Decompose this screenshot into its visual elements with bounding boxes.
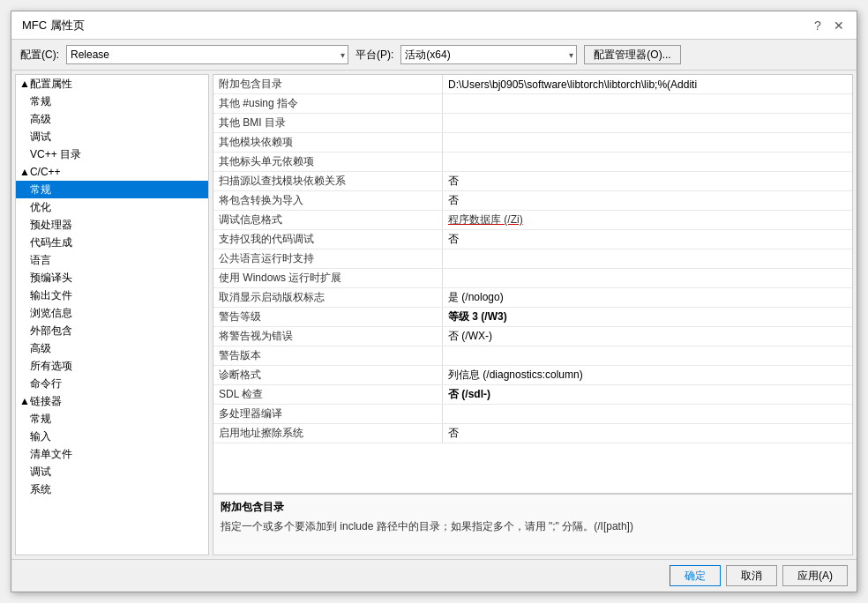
config-select[interactable]: Release <box>66 45 348 64</box>
tree-item-precompiled[interactable]: 预编译头 <box>16 269 208 287</box>
prop-name: 其他标头单元依赖项 <box>213 153 443 171</box>
prop-row-nologo[interactable]: 取消显示启动版权标志 是 (/nologo) <box>213 288 852 308</box>
tree-item-cpp-general[interactable]: 常规 <box>16 181 208 198</box>
prop-name: 警告版本 <box>213 346 443 365</box>
prop-row-using[interactable]: 其他 #using 指令 <box>213 94 852 114</box>
prop-name: 扫描源以查找模块依赖关系 <box>213 172 443 190</box>
tree-item-label: 调试 <box>30 465 51 480</box>
tree-item-system[interactable]: 系统 <box>16 480 208 498</box>
prop-row-warnings-as-errors[interactable]: 将警告视为错误 否 (/WX-) <box>213 327 852 346</box>
tree-item-label: 配置属性 <box>30 77 72 92</box>
tree-toggle: ▲ <box>19 166 30 178</box>
title-bar: MFC 属性页 ? ✕ <box>11 11 857 40</box>
tree-item-language[interactable]: 语言 <box>16 251 208 269</box>
prop-value: 等级 3 (/W3) <box>443 308 852 326</box>
tree-item-advanced[interactable]: 高级 <box>16 110 208 128</box>
tree-item-linker-debug[interactable]: 调试 <box>16 463 208 480</box>
tree-item-label: 输入 <box>30 429 51 444</box>
tree-item-label: 高级 <box>30 112 51 127</box>
tree-item-label: 高级 <box>30 341 51 356</box>
tree-item-output[interactable]: 输出文件 <box>16 287 208 304</box>
prop-value: 否 <box>443 230 852 249</box>
tree-item-label: 系统 <box>30 482 51 497</box>
tree-item-label: 常规 <box>30 94 51 109</box>
prop-name: 其他 #using 指令 <box>213 94 443 113</box>
prop-row-additional-includes[interactable]: 附加包含目录 D:\Users\bj0905\software\libtorch… <box>213 75 852 94</box>
tree-item-label: C/C++ <box>30 166 61 178</box>
prop-name: 将包含转换为导入 <box>213 191 443 210</box>
prop-name: 警告等级 <box>213 308 443 326</box>
tree-panel: ▲ 配置属性 常规 高级 调试 VC++ 目录 ▲ C/C++ 常规 <box>15 74 209 555</box>
tree-item-debug[interactable]: 调试 <box>16 128 208 145</box>
description-title: 附加包含目录 <box>221 500 845 515</box>
prop-name: SDL 检查 <box>213 385 443 404</box>
properties-panel: 附加包含目录 D:\Users\bj0905\software\libtorch… <box>213 74 853 555</box>
prop-row-scan-modules[interactable]: 扫描源以查找模块依赖关系 否 <box>213 172 852 191</box>
close-button[interactable]: ✕ <box>832 19 846 33</box>
ok-button[interactable]: 确定 <box>670 565 721 586</box>
prop-row-diagnostics[interactable]: 诊断格式 列信息 (/diagnostics:column) <box>213 366 852 385</box>
tree-item-browse[interactable]: 浏览信息 <box>16 304 208 322</box>
toolbar: 配置(C): Release 平台(P): 活动(x64) 配置管理器(O)..… <box>11 40 857 71</box>
prop-name: 调试信息格式 <box>213 211 443 229</box>
help-button[interactable]: ? <box>811 19 825 33</box>
platform-select[interactable]: 活动(x64) <box>400 45 577 64</box>
prop-row-header-deps[interactable]: 其他标头单元依赖项 <box>213 153 852 172</box>
tree-item-cmdline[interactable]: 命令行 <box>16 375 208 392</box>
prop-row-clr[interactable]: 公共语言运行时支持 <box>213 249 852 269</box>
tree-item-cpp[interactable]: ▲ C/C++ <box>16 163 208 181</box>
tree-toggle: ▲ <box>19 395 30 407</box>
prop-row-warning-version[interactable]: 警告版本 <box>213 346 852 366</box>
tree-item-config-props[interactable]: ▲ 配置属性 <box>16 75 208 93</box>
tree-item-alloptions[interactable]: 所有选项 <box>16 357 208 375</box>
dialog-title: MFC 属性页 <box>22 18 85 34</box>
prop-row-warning-level[interactable]: 警告等级 等级 3 (/W3) <box>213 308 852 327</box>
props-table: 附加包含目录 D:\Users\bj0905\software\libtorch… <box>213 75 852 493</box>
tree-item-label: 预编译头 <box>30 271 72 286</box>
prop-row-debug-format[interactable]: 调试信息格式 程序数据库 (/Zi) <box>213 211 852 230</box>
tree-item-label: 语言 <box>30 253 51 268</box>
prop-value <box>443 153 852 171</box>
tree-item-preprocessor[interactable]: 预处理器 <box>16 216 208 234</box>
prop-name: 启用地址擦除系统 <box>213 424 443 443</box>
prop-name: 其他模块依赖项 <box>213 133 443 152</box>
description-panel: 附加包含目录 指定一个或多个要添加到 include 路径中的目录；如果指定多个… <box>213 493 852 555</box>
prop-value: 否 <box>443 424 852 443</box>
tree-item-label: 链接器 <box>30 394 62 409</box>
cancel-button[interactable]: 取消 <box>726 565 777 586</box>
title-bar-buttons: ? ✕ <box>811 19 846 33</box>
tree-item-general[interactable]: 常规 <box>16 93 208 110</box>
prop-row-module-deps[interactable]: 其他模块依赖项 <box>213 133 852 153</box>
main-content: ▲ 配置属性 常规 高级 调试 VC++ 目录 ▲ C/C++ 常规 <box>11 71 857 559</box>
tree-item-linker[interactable]: ▲ 链接器 <box>16 392 208 410</box>
prop-value: D:\Users\bj0905\software\libtorch\libtor… <box>443 75 852 93</box>
tree-item-label: 代码生成 <box>30 235 72 250</box>
prop-row-bmi[interactable]: 其他 BMI 目录 <box>213 114 852 133</box>
tree-item-advanced2[interactable]: 高级 <box>16 339 208 357</box>
prop-value: 否 (/WX-) <box>443 327 852 346</box>
tree-item-linker-general[interactable]: 常规 <box>16 410 208 428</box>
tree-item-label: 清单文件 <box>30 447 72 462</box>
prop-row-asan[interactable]: 启用地址擦除系统 否 <box>213 424 852 443</box>
tree-item-codegen[interactable]: 代码生成 <box>16 234 208 251</box>
tree-item-external[interactable]: 外部包含 <box>16 322 208 339</box>
prop-row-convert-include[interactable]: 将包含转换为导入 否 <box>213 191 852 211</box>
apply-button[interactable]: 应用(A) <box>782 565 848 586</box>
main-dialog: MFC 属性页 ? ✕ 配置(C): Release 平台(P): 活动(x64… <box>11 11 857 592</box>
tree-item-linker-input[interactable]: 输入 <box>16 428 208 445</box>
prop-name: 取消显示启动版权标志 <box>213 288 443 307</box>
prop-value <box>443 346 852 365</box>
manage-button[interactable]: 配置管理器(O)... <box>584 45 680 64</box>
prop-row-multiproc[interactable]: 多处理器编译 <box>213 405 852 424</box>
prop-value: 列信息 (/diagnostics:column) <box>443 366 852 384</box>
prop-row-sdl[interactable]: SDL 检查 否 (/sdl-) <box>213 385 852 405</box>
prop-value <box>443 405 852 423</box>
prop-name: 多处理器编译 <box>213 405 443 423</box>
prop-row-winrt[interactable]: 使用 Windows 运行时扩展 <box>213 269 852 288</box>
tree-item-vcpp[interactable]: VC++ 目录 <box>16 145 208 163</box>
tree-item-optimization[interactable]: 优化 <box>16 198 208 216</box>
tree-item-label: VC++ 目录 <box>30 147 81 162</box>
tree-item-manifest[interactable]: 清单文件 <box>16 445 208 463</box>
prop-row-just-my-code[interactable]: 支持仅我的代码调试 否 <box>213 230 852 249</box>
prop-name: 附加包含目录 <box>213 75 443 93</box>
